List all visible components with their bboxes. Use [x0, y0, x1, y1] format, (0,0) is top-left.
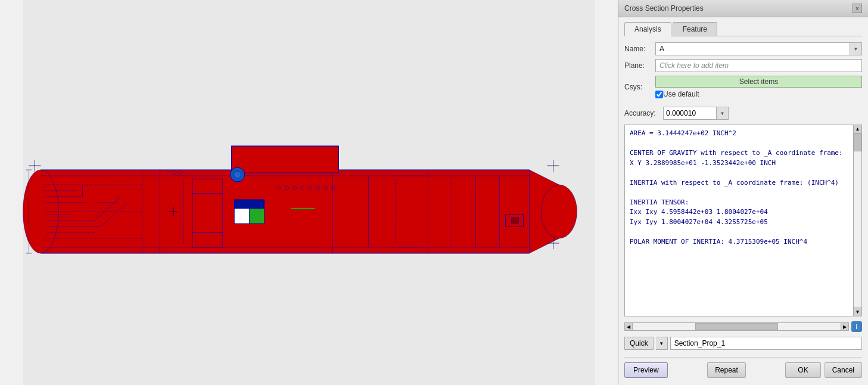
output-line-2: CENTER OF GRAVITY with respect to _A coo… [630, 148, 848, 159]
svg-rect-2 [41, 170, 530, 253]
section-name-input[interactable] [670, 337, 862, 350]
csys-row: Csys: Select items Use default [624, 76, 862, 98]
accuracy-label: Accuracy: [624, 109, 663, 117]
plane-label: Plane: [624, 61, 655, 70]
cancel-button[interactable]: Cancel [825, 362, 862, 378]
select-items-button[interactable]: Select items [655, 76, 862, 88]
svg-point-28 [234, 171, 241, 178]
name-input[interactable] [655, 42, 850, 55]
output-line-4 [630, 168, 848, 178]
scroll-down-button[interactable]: ▼ [854, 308, 861, 316]
csys-label: Csys: [624, 83, 655, 91]
tab-bar: Analysis Feature [624, 22, 862, 36]
output-line-0: AREA = 3.1444247e+02 INCH^2 [630, 129, 848, 139]
output-line-9: Iyx Iyy 1.8004027e+04 4.3255725e+05 [630, 218, 848, 228]
svg-rect-24 [235, 209, 250, 223]
svg-point-5 [542, 185, 577, 238]
output-line-6 [630, 188, 848, 198]
output-text: AREA = 3.1444247e+02 INCH^2 CENTER OF GR… [625, 125, 853, 316]
h-scroll-track [633, 322, 841, 331]
accuracy-row: Accuracy: ▼ [624, 107, 862, 120]
repeat-button[interactable]: Repeat [707, 362, 746, 378]
info-icon[interactable]: i [851, 321, 862, 332]
output-line-5: INERTIA with respect to _A coordinate fr… [630, 178, 848, 188]
quick-dropdown-arrow[interactable]: ▼ [656, 337, 668, 350]
cross-section-panel: Cross Section Properties × Analysis Feat… [618, 0, 868, 385]
h-scroll-left-button[interactable]: ◀ [624, 322, 633, 331]
right-buttons: OK Cancel [785, 362, 862, 378]
preview-button[interactable]: Preview [624, 362, 668, 378]
name-row: Name: ▼ [624, 42, 862, 55]
h-scroll-thumb[interactable] [695, 323, 779, 330]
panel-title: Cross Section Properties [624, 4, 704, 13]
quick-button[interactable]: Quick [624, 337, 654, 350]
scroll-thumb[interactable] [854, 133, 861, 151]
cad-viewport[interactable] [0, 0, 618, 385]
panel-titlebar: Cross Section Properties × [618, 0, 868, 17]
scroll-track [854, 133, 861, 308]
output-scrollbar: ▲ ▼ [853, 125, 861, 316]
svg-rect-25 [250, 209, 265, 223]
plane-input[interactable]: Click here to add item [655, 59, 862, 72]
output-line-1 [630, 139, 848, 149]
action-buttons: Preview Repeat OK Cancel [624, 357, 862, 380]
output-area: AREA = 3.1444247e+02 INCH^2 CENTER OF GR… [624, 125, 862, 316]
ok-button[interactable]: OK [785, 362, 820, 378]
close-button[interactable]: × [853, 4, 862, 13]
panel-content: Analysis Feature Name: ▼ Plane: Click he… [618, 17, 868, 385]
output-line-10 [630, 227, 848, 237]
svg-rect-53 [512, 218, 519, 223]
output-line-8: Ixx Ixy 4.5958442e+03 1.8004027e+04 [630, 207, 848, 218]
output-line-3: X Y 3.2889985e+01 -1.3523442e+00 INCH [630, 159, 848, 169]
name-field-container: ▼ [655, 42, 862, 55]
svg-rect-19 [232, 146, 339, 173]
plane-row: Plane: Click here to add item [624, 59, 862, 72]
scroll-up-button[interactable]: ▲ [854, 125, 861, 133]
use-default-label: Use default [663, 90, 699, 98]
name-dropdown-arrow[interactable]: ▼ [850, 42, 862, 55]
h-scroll-right-button[interactable]: ▶ [841, 322, 849, 331]
tab-feature[interactable]: Feature [673, 22, 717, 36]
use-default-checkbox[interactable] [655, 91, 663, 98]
quick-row: Quick ▼ [624, 337, 862, 350]
accuracy-input[interactable] [663, 107, 717, 120]
name-label: Name: [624, 45, 655, 53]
output-line-7: INERTIA TENSOR: [630, 198, 848, 208]
output-line-11: POLAR MOMENT OF INERTIA: 4.3715309e+05 I… [630, 237, 848, 247]
tab-analysis[interactable]: Analysis [624, 22, 671, 36]
accuracy-dropdown-arrow[interactable]: ▼ [717, 107, 729, 120]
